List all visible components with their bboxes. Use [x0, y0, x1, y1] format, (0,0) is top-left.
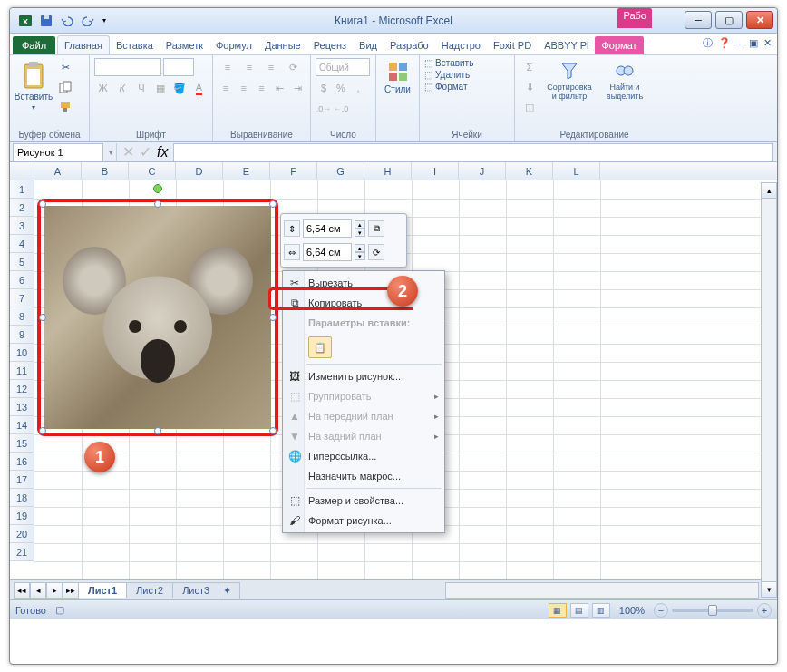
align-bottom-icon[interactable]: ≡	[261, 58, 281, 76]
tab-review[interactable]: Реценз	[307, 36, 353, 54]
copy-icon[interactable]	[55, 78, 75, 96]
crop-icon[interactable]: ⧉	[368, 220, 384, 237]
indent-inc-icon[interactable]: ⇥	[289, 79, 306, 97]
italic-button[interactable]: К	[113, 79, 131, 97]
tab-picture-format[interactable]: Формат	[595, 36, 643, 54]
cancel-formula-icon[interactable]: ✕	[122, 143, 134, 161]
col-header[interactable]: L	[553, 162, 600, 180]
col-header[interactable]: K	[506, 162, 553, 180]
width-input[interactable]: 6,64 см	[303, 243, 352, 261]
inserted-picture[interactable]	[43, 204, 273, 431]
align-top-icon[interactable]: ≡	[218, 58, 238, 76]
row-header[interactable]: 18	[10, 489, 34, 507]
resize-handle-n[interactable]	[154, 200, 161, 208]
inc-decimal-icon[interactable]: .0→	[316, 100, 332, 118]
resize-handle-sw[interactable]	[39, 427, 46, 434]
ctx-change-picture[interactable]: 🖼Изменить рисунок...	[283, 366, 444, 386]
zoom-level[interactable]: 100%	[619, 605, 645, 616]
tab-foxit[interactable]: Foxit PD	[487, 36, 538, 54]
fill-icon[interactable]: ⬇	[520, 78, 539, 96]
resize-handle-ne[interactable]	[269, 200, 277, 208]
minimize-button[interactable]: ─	[685, 11, 712, 29]
col-header[interactable]: D	[176, 162, 223, 180]
tab-scroll-last[interactable]: ▸▸	[63, 582, 79, 599]
excel-icon[interactable]: X	[15, 11, 35, 31]
close-button[interactable]: ✕	[746, 11, 773, 29]
namebox-dropdown-icon[interactable]: ▾	[106, 148, 116, 157]
row-header[interactable]: 1	[10, 180, 34, 199]
tab-file[interactable]: Файл	[13, 36, 55, 54]
underline-button[interactable]: Ч	[132, 79, 150, 97]
height-dec[interactable]: ▾	[355, 229, 365, 237]
row-header[interactable]: 2	[10, 199, 34, 217]
resize-handle-s[interactable]	[154, 427, 161, 434]
row-header[interactable]: 6	[10, 271, 34, 289]
scroll-down-icon[interactable]: ▾	[762, 581, 776, 597]
ctx-assign-macro[interactable]: Назначить макрос...	[283, 466, 444, 486]
col-header[interactable]: H	[364, 162, 412, 180]
align-right-icon[interactable]: ≡	[254, 79, 270, 97]
format-painter-icon[interactable]	[55, 98, 75, 116]
ctx-format-picture[interactable]: 🖌Формат рисунка...	[283, 511, 444, 531]
normal-view-button[interactable]: ▦	[549, 603, 567, 618]
row-header[interactable]: 4	[10, 235, 34, 253]
ctx-size-properties[interactable]: ⬚Размер и свойства...	[283, 491, 444, 511]
row-header[interactable]: 10	[10, 344, 34, 362]
bold-button[interactable]: Ж	[94, 79, 112, 97]
horizontal-scrollbar[interactable]	[445, 582, 759, 599]
minimize-ribbon-icon[interactable]: ⓘ	[703, 36, 713, 50]
tab-addins[interactable]: Надстро	[435, 36, 487, 54]
cells-format-button[interactable]: ⬚Формат	[424, 82, 510, 92]
ctx-hyperlink[interactable]: 🌐Гиперссылка...	[283, 446, 444, 466]
col-header[interactable]: F	[270, 162, 317, 180]
redo-icon[interactable]	[78, 11, 98, 31]
maximize-button[interactable]: ▢	[715, 11, 743, 29]
row-header[interactable]: 19	[10, 507, 34, 525]
name-box[interactable]: Рисунок 1	[13, 143, 103, 161]
row-header[interactable]: 13	[10, 398, 34, 416]
enter-formula-icon[interactable]: ✓	[140, 143, 151, 161]
border-button[interactable]: ▦	[152, 79, 170, 97]
cells-delete-button[interactable]: ⬚Удалить	[424, 70, 510, 80]
height-inc[interactable]: ▴	[355, 220, 365, 229]
tab-home[interactable]: Главная	[57, 35, 110, 54]
row-header[interactable]: 11	[10, 362, 34, 380]
row-header[interactable]: 15	[10, 434, 34, 453]
macro-record-icon[interactable]: ▢	[55, 604, 64, 616]
font-name-combo[interactable]	[94, 58, 161, 76]
clear-icon[interactable]: ◫	[520, 98, 539, 116]
rotation-handle[interactable]	[153, 184, 162, 193]
row-header[interactable]: 8	[10, 307, 34, 326]
sheet-tab-1[interactable]: Лист1	[78, 582, 127, 598]
orientation-icon[interactable]: ⟳	[283, 58, 303, 76]
row-header[interactable]: 16	[10, 453, 34, 471]
page-break-view-button[interactable]: ▥	[592, 603, 610, 618]
tab-page-layout[interactable]: Разметк	[160, 36, 209, 54]
sort-filter-button[interactable]: Сортировка и фильтр	[542, 58, 597, 128]
save-icon[interactable]	[36, 11, 56, 31]
align-center-icon[interactable]: ≡	[236, 79, 252, 97]
fill-color-button[interactable]: 🪣	[171, 79, 189, 97]
row-header[interactable]: 17	[10, 471, 34, 489]
row-header[interactable]: 20	[10, 525, 34, 543]
zoom-thumb[interactable]	[708, 605, 717, 616]
tab-scroll-first[interactable]: ◂◂	[14, 582, 30, 599]
resize-handle-e[interactable]	[269, 314, 277, 321]
tab-view[interactable]: Вид	[353, 36, 384, 54]
row-header[interactable]: 7	[10, 289, 34, 307]
col-header[interactable]: B	[82, 162, 129, 180]
row-header[interactable]: 9	[10, 326, 34, 344]
currency-icon[interactable]: $	[316, 79, 332, 97]
indent-dec-icon[interactable]: ⇤	[271, 79, 287, 97]
new-sheet-button[interactable]: ✦	[219, 582, 240, 599]
rotate-icon[interactable]: ⟳	[368, 244, 384, 260]
vertical-scrollbar[interactable]: ▴ ▾	[761, 182, 777, 598]
select-all-corner[interactable]	[10, 162, 34, 180]
sheet-tab-3[interactable]: Лист3	[172, 582, 219, 598]
resize-handle-nw[interactable]	[39, 200, 46, 208]
percent-icon[interactable]: %	[333, 79, 349, 97]
col-header[interactable]: I	[412, 162, 459, 180]
cells-insert-button[interactable]: ⬚Вставить	[424, 58, 510, 68]
zoom-out-button[interactable]: −	[654, 603, 668, 618]
width-dec[interactable]: ▾	[355, 252, 365, 260]
